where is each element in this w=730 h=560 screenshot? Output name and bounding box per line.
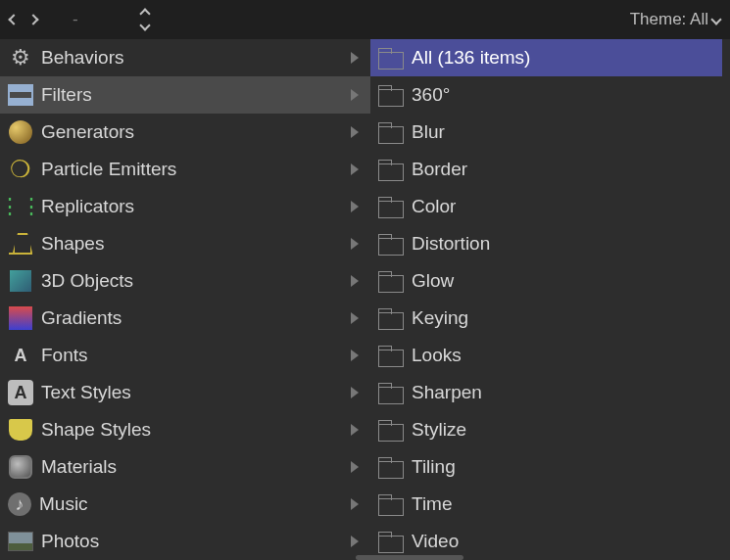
subfolder-item[interactable]: All (136 items) bbox=[370, 39, 722, 76]
category-label: Materials bbox=[41, 456, 117, 478]
mat-icon bbox=[8, 454, 33, 480]
category-label: Music bbox=[39, 493, 88, 515]
part-icon: ❍ bbox=[8, 157, 33, 182]
theme-label: Theme: All bbox=[630, 10, 708, 29]
subfolder-item[interactable]: Stylize bbox=[370, 411, 722, 448]
nav-forward-button[interactable] bbox=[29, 16, 37, 23]
subfolder-item[interactable]: Sharpen bbox=[370, 374, 722, 411]
subfolder-label: Border bbox=[412, 159, 467, 180]
path-stepper[interactable] bbox=[141, 10, 149, 29]
nav-back-button[interactable] bbox=[10, 16, 18, 23]
category-label: Text Styles bbox=[41, 382, 131, 403]
disclosure-arrow-icon bbox=[351, 89, 359, 101]
disclosure-arrow-icon bbox=[351, 201, 359, 212]
disclosure-arrow-icon bbox=[351, 163, 359, 175]
disclosure-arrow-icon bbox=[351, 536, 359, 547]
theme-dropdown[interactable]: Theme: All bbox=[630, 10, 720, 29]
rep-icon: ⋮⋮ bbox=[8, 194, 33, 219]
category-label: Fonts bbox=[41, 345, 88, 366]
folder-icon bbox=[378, 346, 404, 365]
category-item-fonts[interactable]: AFonts bbox=[0, 337, 370, 374]
folder-icon bbox=[378, 271, 404, 291]
shape-icon bbox=[8, 231, 33, 257]
category-label: Generators bbox=[41, 121, 134, 143]
subfolder-item[interactable]: Border bbox=[370, 151, 722, 188]
category-item-3d[interactable]: 3D Objects bbox=[0, 262, 370, 300]
subfolder-label: Stylize bbox=[412, 419, 466, 441]
sstyle-icon bbox=[8, 417, 33, 443]
photo-icon bbox=[8, 529, 33, 554]
gen-icon bbox=[8, 119, 33, 145]
subfolder-label: Video bbox=[412, 531, 459, 552]
category-item-gradients[interactable]: Gradients bbox=[0, 300, 370, 337]
disclosure-arrow-icon bbox=[351, 52, 359, 64]
category-label: Photos bbox=[41, 531, 99, 552]
chevron-down-icon bbox=[710, 14, 721, 24]
disclosure-arrow-icon bbox=[351, 312, 359, 324]
disclosure-arrow-icon bbox=[351, 461, 359, 473]
folder-icon bbox=[378, 532, 404, 551]
subfolder-item[interactable]: Keying bbox=[370, 300, 722, 337]
disclosure-arrow-icon bbox=[351, 498, 359, 510]
category-label: Particle Emitters bbox=[41, 159, 176, 180]
folder-icon bbox=[378, 383, 404, 402]
disclosure-arrow-icon bbox=[351, 275, 359, 287]
txt-icon: A bbox=[8, 380, 33, 405]
disclosure-arrow-icon bbox=[351, 387, 359, 398]
category-item-filters[interactable]: Filters bbox=[0, 76, 370, 114]
category-label: Filters bbox=[41, 84, 92, 106]
subfolder-label: Blur bbox=[412, 121, 445, 143]
folder-icon bbox=[378, 420, 404, 440]
disclosure-arrow-icon bbox=[351, 350, 359, 361]
filters-icon bbox=[8, 82, 33, 108]
folder-icon bbox=[378, 234, 404, 254]
folder-icon bbox=[378, 48, 404, 68]
path-label: - bbox=[73, 10, 78, 29]
subfolder-label: Glow bbox=[412, 270, 454, 292]
3d-icon bbox=[8, 268, 33, 294]
subfolder-item[interactable]: Blur bbox=[370, 114, 722, 151]
subfolder-item[interactable]: Looks bbox=[370, 337, 722, 374]
category-item-materials[interactable]: Materials bbox=[0, 448, 370, 486]
subfolder-label: Color bbox=[412, 196, 456, 217]
category-list: BehaviorsFiltersGenerators❍Particle Emit… bbox=[0, 39, 370, 560]
music-icon: ♪ bbox=[8, 492, 31, 516]
folder-icon bbox=[378, 308, 404, 328]
category-item-behaviors[interactable]: Behaviors bbox=[0, 39, 370, 76]
font-icon: A bbox=[8, 343, 33, 368]
subfolder-label: Sharpen bbox=[412, 382, 482, 403]
folder-icon bbox=[378, 122, 404, 142]
category-item-music[interactable]: ♪Music bbox=[0, 486, 370, 523]
category-item-generators[interactable]: Generators bbox=[0, 114, 370, 151]
category-label: 3D Objects bbox=[41, 270, 133, 292]
category-label: Shape Styles bbox=[41, 419, 151, 441]
category-label: Shapes bbox=[41, 233, 104, 255]
library-header: - Theme: All bbox=[0, 0, 730, 39]
folder-icon bbox=[378, 160, 404, 179]
category-item-replicators[interactable]: ⋮⋮Replicators bbox=[0, 188, 370, 225]
disclosure-arrow-icon bbox=[351, 238, 359, 250]
subfolder-item[interactable]: Color bbox=[370, 188, 722, 225]
category-label: Gradients bbox=[41, 307, 122, 329]
gear-icon bbox=[8, 45, 33, 70]
subfolder-label: Keying bbox=[412, 307, 468, 329]
category-label: Replicators bbox=[41, 196, 134, 217]
scrollbar[interactable] bbox=[356, 555, 463, 560]
category-item-photos[interactable]: Photos bbox=[0, 523, 370, 560]
folder-icon bbox=[378, 494, 404, 514]
folder-icon bbox=[378, 197, 404, 216]
subfolder-item[interactable]: 360° bbox=[370, 76, 722, 114]
subfolder-label: 360° bbox=[412, 84, 450, 106]
grad-icon bbox=[8, 305, 33, 331]
subfolder-item[interactable]: Distortion bbox=[370, 225, 722, 262]
subfolder-item[interactable]: Tiling bbox=[370, 448, 722, 486]
subfolder-item[interactable]: Glow bbox=[370, 262, 722, 300]
subfolder-label: Distortion bbox=[412, 233, 490, 255]
category-item-text[interactable]: AText Styles bbox=[0, 374, 370, 411]
subfolder-label: All (136 items) bbox=[412, 47, 530, 69]
subfolder-item[interactable]: Time bbox=[370, 486, 722, 523]
category-item-particle[interactable]: ❍Particle Emitters bbox=[0, 151, 370, 188]
subfolder-label: Time bbox=[412, 493, 453, 515]
category-item-shapes[interactable]: Shapes bbox=[0, 225, 370, 262]
category-item-shapestyles[interactable]: Shape Styles bbox=[0, 411, 370, 448]
